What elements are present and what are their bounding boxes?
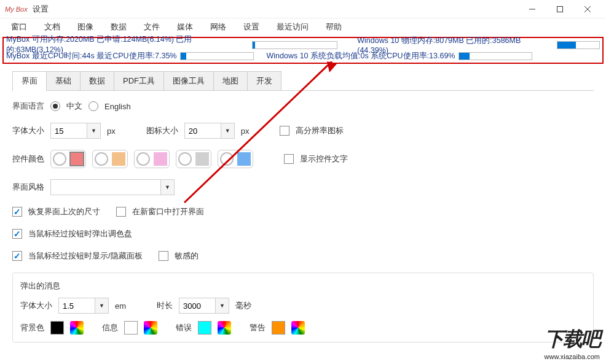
color-swatch-red[interactable] bbox=[70, 152, 84, 166]
menu-document[interactable]: 文档 bbox=[44, 21, 60, 33]
status-box: MyBox 可用内存:2020MB 已申请:124MB(6.14%) 已用的:6… bbox=[2, 37, 604, 64]
cpu-windows-text: Windows 10 系统负载均值:0s 系统CPU使用率:13.69% bbox=[266, 51, 455, 61]
popup-dur-dropdown[interactable]: ▼ bbox=[216, 298, 229, 314]
mem-mybox-progress bbox=[252, 41, 337, 49]
menu-media[interactable]: 媒体 bbox=[177, 21, 193, 33]
popup-bg-label: 背景色 bbox=[20, 322, 44, 333]
lang-english-radio[interactable] bbox=[89, 101, 98, 111]
popup-err-label: 错误 bbox=[176, 322, 192, 333]
tab-basic[interactable]: 基础 bbox=[46, 71, 81, 90]
color-group-2 bbox=[92, 150, 128, 168]
menu-image[interactable]: 图像 bbox=[77, 21, 93, 33]
popup-fieldset: 弹出的消息 字体大小 ▼ em 时长 ▼ 毫秒 背景色 信息 错误 警告 bbox=[12, 273, 594, 343]
color-swatch-white[interactable] bbox=[53, 152, 66, 166]
cpu-mybox-text: MyBox 最近CPU时间:44s 最近CPU使用率:7.35% bbox=[6, 51, 176, 61]
popup-font-unit: em bbox=[115, 301, 126, 311]
new-window-label: 在新窗口中打开界面 bbox=[132, 206, 204, 217]
menu-file[interactable]: 文件 bbox=[144, 21, 160, 33]
restore-size-checkbox[interactable] bbox=[12, 207, 22, 217]
lang-chinese-radio[interactable] bbox=[50, 101, 60, 111]
popup-font-dropdown[interactable]: ▼ bbox=[95, 298, 109, 314]
close-button[interactable] bbox=[573, 1, 601, 18]
color-group-3 bbox=[134, 150, 170, 168]
color-swatch-white5[interactable] bbox=[220, 152, 234, 166]
ui-style-input[interactable] bbox=[50, 179, 161, 195]
popup-font-input[interactable] bbox=[58, 298, 95, 314]
sensitive-label: 敏感的 bbox=[175, 250, 199, 261]
lang-english-label: English bbox=[104, 102, 131, 111]
hover-panel-checkbox[interactable] bbox=[12, 251, 22, 261]
restore-size-label: 恢复界面上次的尺寸 bbox=[28, 206, 100, 217]
icon-size-dropdown[interactable]: ▼ bbox=[221, 123, 235, 139]
sensitive-checkbox[interactable] bbox=[159, 251, 168, 261]
minimize-button[interactable] bbox=[518, 1, 546, 18]
popup-info-swatch[interactable] bbox=[124, 321, 138, 335]
menu-help[interactable]: 帮助 bbox=[326, 21, 342, 33]
hidpi-label: 高分辨率图标 bbox=[296, 125, 344, 136]
window-title: 设置 bbox=[33, 4, 518, 15]
font-size-label: 字体大小 bbox=[12, 125, 44, 136]
font-size-dropdown[interactable]: ▼ bbox=[87, 123, 101, 139]
popup-info-picker-icon[interactable] bbox=[144, 321, 157, 335]
ui-style-label: 界面风格 bbox=[12, 182, 44, 193]
lang-chinese-label: 中文 bbox=[66, 101, 82, 112]
titlebar: My Box 设置 bbox=[0, 0, 606, 18]
popup-warn-label: 警告 bbox=[250, 322, 266, 333]
popup-bg-swatch[interactable] bbox=[50, 321, 64, 335]
icon-size-label: 图标大小 bbox=[146, 125, 178, 136]
tab-imagetools[interactable]: 图像工具 bbox=[163, 71, 214, 90]
app-logo: My Box bbox=[5, 6, 28, 13]
popup-bg-picker-icon[interactable] bbox=[70, 321, 84, 335]
menu-network[interactable]: 网络 bbox=[210, 21, 226, 33]
color-swatch-orange[interactable] bbox=[112, 152, 125, 166]
watermark-text: 下载吧 bbox=[545, 326, 600, 353]
popup-info-label: 信息 bbox=[102, 322, 118, 333]
popup-font-label: 字体大小 bbox=[20, 300, 52, 311]
lang-label: 界面语言 bbox=[12, 101, 44, 112]
hidpi-checkbox[interactable] bbox=[280, 126, 289, 136]
mem-windows-progress bbox=[557, 41, 600, 49]
watermark-url: www.xiazaiba.com bbox=[545, 353, 600, 360]
popup-err-picker-icon[interactable] bbox=[218, 321, 231, 335]
color-group-4 bbox=[176, 150, 211, 168]
popup-dur-unit: 毫秒 bbox=[235, 300, 251, 311]
popup-warn-swatch[interactable] bbox=[272, 321, 285, 335]
show-control-text-checkbox[interactable] bbox=[284, 154, 294, 164]
menu-settings[interactable]: 设置 bbox=[243, 21, 259, 33]
font-size-input[interactable] bbox=[50, 123, 87, 139]
hover-panel-label: 当鼠标经过按钮时显示/隐藏面板 bbox=[28, 250, 143, 261]
color-swatch-pink[interactable] bbox=[154, 152, 167, 166]
color-group-1 bbox=[50, 150, 86, 168]
cpu-mybox-progress bbox=[180, 52, 254, 60]
color-group-5 bbox=[218, 150, 253, 168]
tab-dev[interactable]: 开发 bbox=[247, 71, 281, 90]
font-size-unit: px bbox=[107, 126, 116, 136]
hover-palette-checkbox[interactable] bbox=[12, 229, 22, 239]
show-control-text-label: 显示控件文字 bbox=[300, 153, 348, 165]
popup-err-swatch[interactable] bbox=[198, 321, 211, 335]
maximize-button[interactable] bbox=[546, 1, 573, 18]
color-swatch-white2[interactable] bbox=[95, 152, 108, 166]
popup-dur-input[interactable] bbox=[179, 298, 216, 314]
color-swatch-white4[interactable] bbox=[178, 152, 192, 166]
menu-window[interactable]: 窗口 bbox=[11, 21, 27, 33]
ui-style-dropdown[interactable]: ▼ bbox=[161, 179, 175, 195]
control-color-label: 控件颜色 bbox=[12, 153, 44, 165]
color-swatch-white3[interactable] bbox=[136, 152, 150, 166]
menu-recent[interactable]: 最近访问 bbox=[277, 21, 309, 33]
menu-data[interactable]: 数据 bbox=[111, 21, 127, 33]
icon-size-unit: px bbox=[241, 126, 250, 136]
hover-palette-label: 当鼠标经过按钮时弹出调色盘 bbox=[28, 228, 132, 239]
icon-size-input[interactable] bbox=[184, 123, 221, 139]
tab-map[interactable]: 地图 bbox=[213, 71, 248, 90]
color-swatch-gray[interactable] bbox=[195, 152, 209, 166]
new-window-checkbox[interactable] bbox=[116, 207, 126, 217]
svg-rect-1 bbox=[557, 6, 562, 12]
tab-pdf[interactable]: PDF工具 bbox=[114, 71, 164, 90]
popup-warn-picker-icon[interactable] bbox=[291, 321, 305, 335]
cpu-windows-progress bbox=[458, 52, 532, 60]
tabs: 界面 基础 数据 PDF工具 图像工具 地图 开发 bbox=[12, 71, 594, 91]
tab-data[interactable]: 数据 bbox=[80, 71, 114, 90]
color-swatch-blue[interactable] bbox=[237, 152, 251, 166]
tab-ui[interactable]: 界面 bbox=[12, 71, 47, 91]
